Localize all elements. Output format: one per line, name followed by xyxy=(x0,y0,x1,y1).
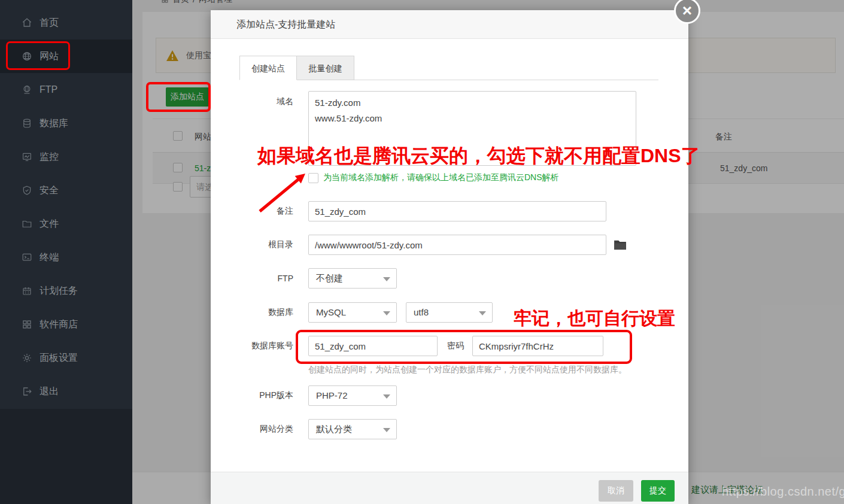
browse-folder-icon[interactable] xyxy=(614,239,627,250)
db-label: 数据库 xyxy=(211,307,293,318)
note-input[interactable] xyxy=(308,201,606,221)
dns-checkbox[interactable] xyxy=(308,173,318,183)
db-pass-input[interactable] xyxy=(472,336,603,356)
db-user-input[interactable] xyxy=(308,336,438,356)
db-account-label: 数据库账号 xyxy=(211,341,293,351)
modal-header: 添加站点-支持批量建站 xyxy=(211,10,688,39)
root-label: 根目录 xyxy=(211,239,293,250)
add-site-modal: 添加站点-支持批量建站 × 创建站点 批量创建 域名 51-zdy.com ww… xyxy=(211,10,688,504)
modal-footer: 取消 提交 xyxy=(211,472,688,504)
tab-batch-create[interactable]: 批量创建 xyxy=(297,56,354,80)
category-row: 网站分类 默认分类 xyxy=(211,419,397,439)
php-label: PHP版本 xyxy=(211,390,293,401)
note-row: 备注 xyxy=(211,201,606,221)
chevron-down-icon xyxy=(383,428,390,432)
db-help-text: 创建站点的同时，为站点创建一个对应的数据库账户，方便不同站点使用不同数据库。 xyxy=(308,365,627,375)
php-row: PHP版本 PHP-72 xyxy=(211,385,397,406)
domain-textarea[interactable]: 51-zdy.com www.51-zdy.com xyxy=(308,91,636,166)
ftp-row: FTP 不创建 xyxy=(211,268,397,289)
dns-option-label: 为当前域名添加解析，请确保以上域名已添加至腾讯云DNS解析 xyxy=(323,172,559,183)
chevron-down-icon xyxy=(383,277,390,281)
chevron-down-icon xyxy=(383,394,390,399)
php-select-value: PHP-72 xyxy=(316,390,348,400)
modal-title: 添加站点-支持批量建站 xyxy=(236,10,335,39)
tab-create-site[interactable]: 创建站点 xyxy=(239,56,297,80)
db-charset-value: utf8 xyxy=(414,307,429,317)
submit-button[interactable]: 提交 xyxy=(641,480,675,502)
cancel-button[interactable]: 取消 xyxy=(599,480,633,502)
php-select[interactable]: PHP-72 xyxy=(308,385,397,406)
db-engine-select[interactable]: MySQL xyxy=(308,302,397,323)
db-engine-value: MySQL xyxy=(316,307,346,317)
chevron-down-icon xyxy=(383,311,390,315)
ftp-label: FTP xyxy=(211,274,293,283)
db-row: 数据库 MySQL utf8 xyxy=(211,302,493,323)
dns-option-row: 为当前域名添加解析，请确保以上域名已添加至腾讯云DNS解析 xyxy=(308,172,559,183)
db-account-row: 数据库账号 密码 xyxy=(211,336,603,356)
category-select[interactable]: 默认分类 xyxy=(308,419,397,439)
db-charset-select[interactable]: utf8 xyxy=(406,302,493,323)
domain-label: 域名 xyxy=(211,91,293,107)
root-input[interactable] xyxy=(308,235,606,255)
root-row: 根目录 xyxy=(211,235,627,255)
category-label: 网站分类 xyxy=(211,424,293,435)
ftp-select[interactable]: 不创建 xyxy=(308,268,397,289)
page: 首页 网站 FTP 数据库 xyxy=(0,0,844,504)
note-label: 备注 xyxy=(211,206,293,217)
category-select-value: 默认分类 xyxy=(316,424,352,434)
modal-tabs: 创建站点 批量创建 xyxy=(239,56,354,80)
ftp-select-value: 不创建 xyxy=(316,273,343,283)
chevron-down-icon xyxy=(479,311,486,315)
domain-row: 域名 51-zdy.com www.51-zdy.com xyxy=(211,91,636,166)
db-pass-label: 密码 xyxy=(447,341,464,351)
